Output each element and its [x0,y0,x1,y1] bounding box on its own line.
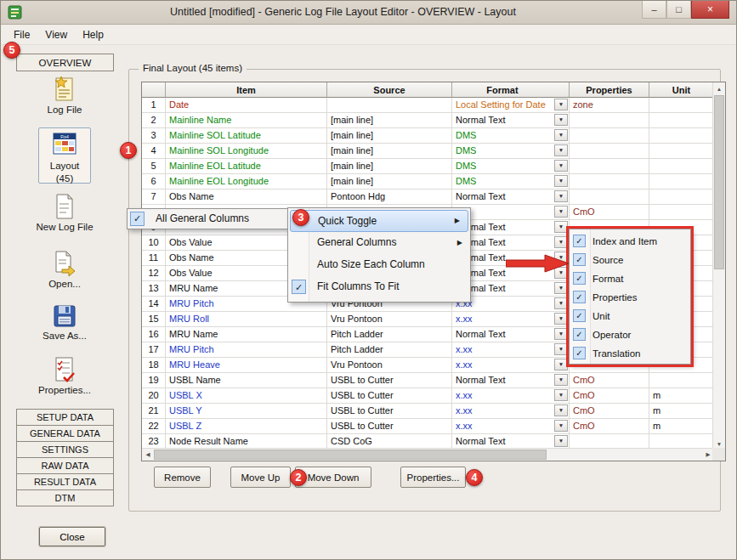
sidebar-item-label: Open... [33,279,96,289]
table-row[interactable]: 4Mainline SOL Longitude[main line]DMS▼ [142,144,725,159]
sidebar-button-setup-data[interactable]: SETUP DATA [16,409,114,426]
column-header-source[interactable]: Source [327,82,452,98]
column-header-unit[interactable]: Unit [649,82,714,98]
checkbox-checked-icon[interactable]: ✓ [292,280,306,294]
vertical-scroll-thumb[interactable] [714,95,724,269]
open-file-icon [33,250,96,277]
checkbox-checked-icon[interactable]: ✓ [573,328,586,341]
sidebar-item-save-as[interactable]: Save As... [33,303,96,341]
sidebar-item-layout[interactable]: Fix4 Layout (45) [38,127,91,184]
table-row[interactable]: 19USBL NameUSBL to CutterNormal Text▼CmO [142,373,725,388]
horizontal-scroll-thumb[interactable] [154,450,547,460]
sidebar-button-general-data[interactable]: GENERAL DATA [16,425,114,442]
format-dropdown[interactable]: ▼ [554,343,568,355]
checkbox-checked-icon[interactable]: ✓ [573,291,586,303]
cell-unit [649,189,714,205]
all-general-columns-menu[interactable]: ✓ All General Columns [127,208,297,229]
menu-item-translation[interactable]: ✓Translation [570,344,690,363]
vertical-scrollbar[interactable]: ▲ ▼ [712,82,725,450]
column-header-index[interactable] [142,82,166,98]
close-button[interactable]: Close [39,527,105,546]
sidebar-button-dtm[interactable]: DTM [16,489,114,506]
table-row[interactable]: 1DateLocal Setting for Date▼zone [142,98,725,113]
format-dropdown[interactable]: ▼ [554,236,568,248]
format-dropdown[interactable]: ▼ [554,404,568,416]
menubar: FileViewHelp [1,25,736,45]
checkbox-checked-icon[interactable]: ✓ [573,272,586,285]
sidebar-item-log-file[interactable]: Log File [33,76,96,115]
column-header-properties[interactable]: Properties [570,82,649,98]
sidebar-button-raw-data[interactable]: RAW DATA [16,457,114,474]
format-dropdown[interactable]: ▼ [554,221,568,233]
sidebar-button-settings[interactable]: SETTINGS [16,441,114,458]
checkbox-checked-icon[interactable]: ✓ [573,235,586,247]
menu-item-auto-size-each-column[interactable]: Auto Size Each Column [288,254,470,276]
menu-item-general-columns[interactable]: General Columns▶ [288,232,470,254]
format-dropdown[interactable]: ▼ [554,297,568,309]
format-dropdown[interactable]: ▼ [554,99,568,110]
checkbox-checked-icon[interactable]: ✓ [130,212,145,226]
format-dropdown[interactable]: ▼ [554,129,568,141]
menu-item-index-and-item[interactable]: ✓Index and Item [570,232,690,251]
sidebar-item-properties[interactable]: Properties... [33,356,96,395]
menu-item-properties[interactable]: ✓Properties [570,288,690,307]
column-header-format[interactable]: Format [452,82,570,98]
dropdown-arrow-icon: ▼ [558,194,564,200]
format-dropdown[interactable]: ▼ [554,206,568,218]
table-row[interactable]: 20USBL XUSBL to Cutterx.xx▼CmOm [142,388,725,404]
checkbox-checked-icon[interactable]: ✓ [573,347,586,359]
scroll-left-icon[interactable]: ◀ [142,449,154,461]
format-dropdown[interactable]: ▼ [554,389,568,401]
cell-item: Mainline SOL Longitude [166,144,327,159]
sidebar-item-new-log-file[interactable]: New Log File [33,193,96,232]
table-row[interactable]: 22USBL ZUSBL to Cutterx.xx▼CmOm [142,419,725,434]
table-row[interactable]: 3Mainline SOL Latitude[main line]DMS▼ [142,128,725,144]
table-row[interactable]: 6Mainline EOL Longitude[main line]DMS▼ [142,174,725,189]
table-row[interactable]: 2Mainline Name[main line]Normal Text▼ [142,113,725,128]
menu-item-source[interactable]: ✓Source [570,251,690,269]
format-dropdown[interactable]: ▼ [554,328,568,340]
format-dropdown[interactable]: ▼ [554,190,568,202]
menu-item-quick-toggle[interactable]: Quick Toggle▶ [290,210,468,232]
format-dropdown[interactable]: ▼ [554,313,568,325]
cell-source: USBL to Cutter [327,388,452,404]
menu-item-format[interactable]: ✓Format [570,269,690,288]
format-value: x.xx [456,421,473,431]
table-row[interactable]: 5Mainline EOL Latitude[main line]DMS▼ [142,159,725,174]
format-dropdown[interactable]: ▼ [554,175,568,187]
menu-item-unit[interactable]: ✓Unit [570,307,690,325]
horizontal-scrollbar[interactable]: ◀ ▶ [142,448,714,461]
sidebar-button-result-data[interactable]: RESULT DATA [16,473,114,490]
column-header-item[interactable]: Item [166,82,327,98]
format-dropdown[interactable]: ▼ [554,160,568,172]
menubar-help[interactable]: Help [75,25,111,44]
cell-unit [649,174,714,189]
remove-button[interactable]: Remove [154,467,211,488]
format-value: x.xx [456,405,473,416]
checkbox-checked-icon[interactable]: ✓ [573,309,586,322]
format-dropdown[interactable]: ▼ [554,435,568,447]
minimize-button[interactable]: – [642,1,666,19]
format-dropdown[interactable]: ▼ [554,374,568,386]
cell-source: Pitch Ladder [327,327,452,342]
format-dropdown[interactable]: ▼ [554,282,568,294]
move-up-button[interactable]: Move Up [230,467,291,488]
table-row[interactable]: 7Obs NamePontoon HdgNormal Text▼ [142,189,725,205]
format-dropdown[interactable]: ▼ [554,359,568,371]
menu-item-operator[interactable]: ✓Operator [570,325,690,344]
checkbox-checked-icon[interactable]: ✓ [573,253,586,266]
scroll-up-icon[interactable]: ▲ [713,82,725,94]
cell-item: USBL Y [166,404,327,419]
close-window-button[interactable]: × [691,1,729,19]
format-dropdown[interactable]: ▼ [554,114,568,126]
format-dropdown[interactable]: ▼ [554,144,568,156]
overview-button[interactable]: OVERVIEW [16,54,114,71]
properties-button[interactable]: Properties... [400,467,466,488]
format-dropdown[interactable]: ▼ [554,420,568,432]
row-number: 13 [142,281,166,297]
table-row[interactable]: 21USBL YUSBL to Cutterx.xx▼CmOm [142,404,725,419]
maximize-button[interactable]: □ [666,1,691,19]
sidebar-item-open[interactable]: Open... [33,250,96,289]
menu-item-fit-columns-to-fit[interactable]: ✓Fit Columns To Fit [288,276,470,298]
menubar-view[interactable]: View [37,25,75,44]
